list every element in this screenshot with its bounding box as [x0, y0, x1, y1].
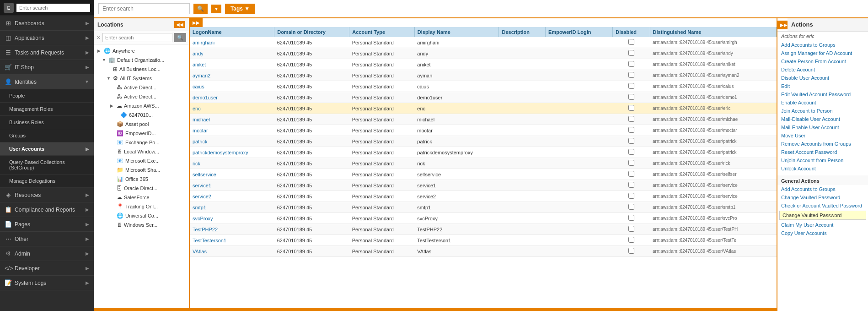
general-action-link-2[interactable]: Check or Account Vaulted Password [777, 202, 868, 210]
search-button[interactable]: 🔍 [193, 4, 208, 14]
sidebar-item-admin[interactable]: ⚙ Admin ▶ [0, 246, 94, 261]
sidebar-item-tasks[interactable]: ☰ Tasks and Requests ▶ [0, 45, 94, 60]
tree-item-13[interactable]: 📁Microsoft Sha... [94, 165, 189, 175]
sidebar-item-systemlogs[interactable]: 📝 System Logs ▶ [0, 276, 94, 290]
col-header-description[interactable]: Description [499, 27, 546, 37]
cell-disabled[interactable] [613, 158, 650, 169]
col-header-domain[interactable]: Domain or Directory [274, 27, 349, 37]
cell-logon[interactable]: TestTesterson1 [190, 235, 274, 246]
sidebar-item-people[interactable]: People [0, 89, 94, 103]
sidebar-item-user-accounts[interactable]: User Accounts ▶ [0, 142, 94, 156]
location-search-button[interactable]: 🔍 [174, 33, 186, 42]
action-link-unjoin-account-from-person[interactable]: Unjoin Account from Person [777, 156, 868, 164]
cell-logon[interactable]: eric [190, 103, 274, 114]
cell-disabled[interactable] [613, 103, 650, 114]
action-link-mail-enable-user-account[interactable]: Mail-Enable User Account [777, 123, 868, 131]
action-link-reset-account-password[interactable]: Reset Account Password [777, 148, 868, 156]
table-row[interactable]: TestPHP226247010189 45Personal StandardT… [190, 224, 777, 235]
table-row[interactable]: aniket6247010189 45Personal Standardanik… [190, 59, 777, 70]
table-row[interactable]: demo1user6247010189 45Personal Standardd… [190, 92, 777, 103]
cell-logon[interactable]: TestPHP22 [190, 224, 274, 235]
sidebar-item-manage-delegations[interactable]: Manage Delegations [0, 175, 94, 188]
action-link-mail-disable-user-account[interactable]: Mail-Disable User Account [777, 115, 868, 123]
table-row[interactable]: smtp16247010189 45Personal Standardsmtp1… [190, 202, 777, 213]
search-dropdown-button[interactable]: ▼ [211, 5, 221, 13]
cell-disabled[interactable] [613, 180, 650, 191]
action-link-delete-account[interactable]: Delete Account [777, 65, 868, 74]
cell-disabled[interactable] [613, 70, 650, 81]
sidebar-item-applications[interactable]: ◫ Applications ▶ [0, 31, 94, 45]
collapse-location-button[interactable]: ◀◀ [174, 21, 185, 28]
tree-item-10[interactable]: 📧Exchange Po... [94, 138, 189, 147]
action-link-edit[interactable]: Edit [777, 82, 868, 90]
table-scroll-area[interactable]: LogonNameDomain or DirectoryAccount Type… [190, 27, 777, 308]
cell-disabled[interactable] [613, 114, 650, 125]
cell-logon[interactable]: andy [190, 48, 274, 59]
cell-logon[interactable]: svcProxy [190, 213, 274, 224]
col-header-display_name[interactable]: Display Name [414, 27, 499, 37]
cell-logon[interactable]: caius [190, 81, 274, 92]
cell-logon[interactable]: ayman2 [190, 70, 274, 81]
tree-item-3[interactable]: ▼⚙All IT Systems [94, 74, 189, 83]
table-row[interactable]: ayman26247010189 45Personal Standardayma… [190, 70, 777, 81]
sidebar-item-other[interactable]: ⋯ Other ▶ [0, 232, 94, 246]
cell-disabled[interactable] [613, 92, 650, 103]
action-link-move-user[interactable]: Move User [777, 131, 868, 140]
tree-item-12[interactable]: 📧Microsoft Exc... [94, 156, 189, 165]
table-row[interactable]: amirghani6247010189 45Personal Standarda… [190, 37, 777, 48]
general-action-link-1[interactable]: Change Vaulted Password [777, 193, 868, 202]
cell-logon[interactable]: moctar [190, 125, 274, 136]
cell-logon[interactable]: michael [190, 114, 274, 125]
cell-disabled[interactable] [613, 125, 650, 136]
action-link-edit-vaulted-account-password[interactable]: Edit Vaulted Account Password [777, 90, 868, 98]
sidebar-item-query-collections[interactable]: Query-Based Collections (SetGroup) [0, 156, 94, 175]
table-row[interactable]: caius6247010189 45Personal Standardcaius… [190, 81, 777, 92]
col-header-distinguished[interactable]: Distinguished Name [650, 27, 776, 37]
action-link-add-accounts-to-groups[interactable]: Add Accounts to Groups [777, 41, 868, 49]
table-row[interactable]: eric6247010189 45Personal Standardericar… [190, 103, 777, 114]
cell-logon[interactable]: demo1user [190, 92, 274, 103]
tree-item-0[interactable]: ▶🌐Anywhere [94, 46, 189, 55]
tree-item-5[interactable]: 🖧Active Direct... [94, 92, 189, 101]
col-header-empowerid[interactable]: EmpowerID Login [546, 27, 613, 37]
expand-table-button[interactable]: ▶▶ [190, 18, 203, 27]
action-link-create-person-from-account[interactable]: Create Person From Account [777, 57, 868, 65]
sidebar-item-resources[interactable]: ◈ Resources ▶ [0, 188, 94, 202]
tags-button[interactable]: Tags ▼ [225, 4, 255, 14]
tree-item-15[interactable]: 🗄Oracle Direct... [94, 184, 189, 193]
action-link-assign-manager-for-ad-account[interactable]: Assign Manager for AD Account [777, 49, 868, 57]
sidebar-item-business-roles[interactable]: Business Roles [0, 116, 94, 129]
sidebar-item-compliance[interactable]: 📋 Compliance and Reports ▶ [0, 202, 94, 217]
expand-actions-button[interactable]: ▶▶ [777, 21, 788, 29]
sidebar-item-management-roles[interactable]: Management Roles [0, 103, 94, 116]
cell-logon[interactable]: smtp1 [190, 202, 274, 213]
cell-disabled[interactable] [613, 191, 650, 202]
tree-item-11[interactable]: 🖥Local Window... [94, 147, 189, 156]
table-row[interactable]: service26247010189 45Personal Standardse… [190, 191, 777, 202]
cell-disabled[interactable] [613, 235, 650, 246]
cell-disabled[interactable] [613, 147, 650, 158]
action-link-join-account-to-person[interactable]: Join Account to Person [777, 107, 868, 115]
table-row[interactable]: patrickdemosystemproxy6247010189 45Perso… [190, 147, 777, 158]
cell-logon[interactable]: rick [190, 158, 274, 169]
cell-logon[interactable]: aniket [190, 59, 274, 70]
cell-logon[interactable]: amirghani [190, 37, 274, 48]
col-header-logon[interactable]: LogonName [190, 27, 274, 37]
tree-item-8[interactable]: 📦Asset pool [94, 120, 189, 129]
col-header-account_type[interactable]: Account Type [349, 27, 415, 37]
sidebar-item-itshop[interactable]: 🛒 IT Shop ▶ [0, 60, 94, 75]
sidebar-item-groups[interactable]: Groups [0, 129, 94, 142]
tree-item-14[interactable]: 📊Office 365 [94, 175, 189, 184]
tree-item-16[interactable]: ☁SalesForce [94, 193, 189, 202]
tree-item-19[interactable]: 🖥Windows Ser... [94, 220, 189, 229]
table-row[interactable]: selfservice6247010189 45Personal Standar… [190, 169, 777, 180]
table-row[interactable]: moctar6247010189 45Personal Standardmoct… [190, 125, 777, 136]
cell-logon[interactable]: patrick [190, 136, 274, 147]
cell-disabled[interactable] [613, 59, 650, 70]
tree-item-9[interactable]: 🆔EmpowerID... [94, 129, 189, 138]
tree-item-4[interactable]: 🖧Active Direct... [94, 83, 189, 92]
table-row[interactable]: rick6247010189 45Personal Standardrickar… [190, 158, 777, 169]
table-row[interactable]: service16247010189 45Personal Standardse… [190, 180, 777, 191]
top-search-input[interactable] [98, 3, 190, 14]
cell-logon[interactable]: selfservice [190, 169, 274, 180]
